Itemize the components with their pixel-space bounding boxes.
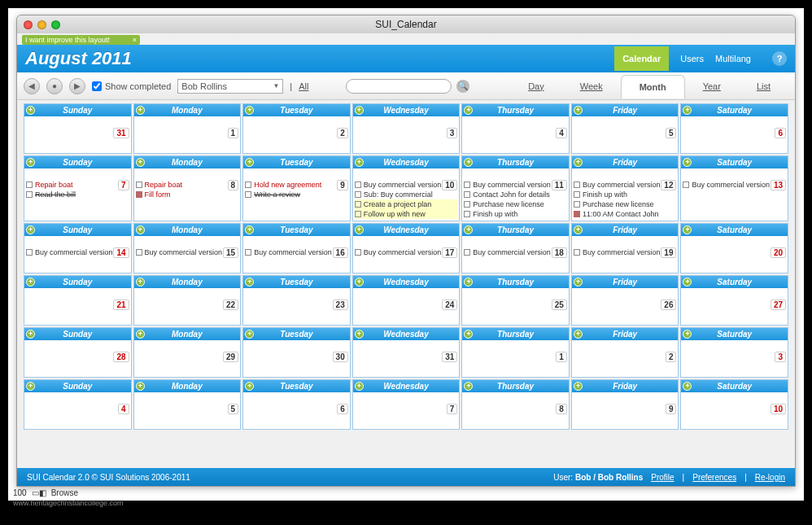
- day-cell[interactable]: +Wednesday17Buy commercial version: [352, 223, 461, 273]
- add-event-button[interactable]: +: [26, 158, 35, 167]
- add-event-button[interactable]: +: [26, 278, 35, 287]
- day-cell[interactable]: +Wednesday31: [352, 327, 461, 378]
- add-event-button[interactable]: +: [136, 106, 145, 115]
- day-cell[interactable]: +Sunday7Repair boatRead the bill: [24, 155, 132, 221]
- day-cell[interactable]: +Saturday6: [680, 103, 788, 154]
- help-icon[interactable]: ?: [772, 51, 787, 66]
- day-cell[interactable]: +Monday15Buy commercial version: [133, 223, 242, 273]
- day-cell[interactable]: +Friday5: [571, 103, 679, 154]
- day-cell[interactable]: +Friday9: [571, 379, 679, 430]
- day-cell[interactable]: +Friday12Buy commercial versionFinish up…: [571, 155, 679, 221]
- add-event-button[interactable]: +: [355, 225, 364, 234]
- add-event-button[interactable]: +: [26, 330, 35, 339]
- show-completed-checkbox[interactable]: [92, 81, 102, 91]
- add-event-button[interactable]: +: [26, 225, 35, 234]
- close-button[interactable]: [24, 20, 33, 29]
- day-cell[interactable]: +Wednesday3: [352, 103, 461, 154]
- day-cell[interactable]: +Monday8Repair boatFill form: [133, 155, 242, 221]
- add-event-button[interactable]: +: [26, 106, 35, 115]
- day-cell[interactable]: +Saturday10: [680, 379, 788, 430]
- add-event-button[interactable]: +: [355, 382, 364, 391]
- add-event-button[interactable]: +: [245, 382, 254, 391]
- add-event-button[interactable]: +: [464, 278, 473, 287]
- next-button[interactable]: ▶: [69, 78, 85, 94]
- day-cell[interactable]: +Thursday18Buy commercial version: [461, 223, 570, 273]
- event-item[interactable]: Create a project plan: [355, 199, 458, 209]
- add-event-button[interactable]: +: [683, 382, 692, 391]
- event-item[interactable]: Read the bill: [26, 190, 129, 199]
- event-item[interactable]: Repair boat: [26, 180, 129, 190]
- event-item[interactable]: Contact John for details: [464, 190, 567, 199]
- add-event-button[interactable]: +: [683, 225, 692, 234]
- day-cell[interactable]: +Thursday8: [461, 379, 570, 430]
- add-event-button[interactable]: +: [355, 106, 364, 115]
- day-cell[interactable]: +Thursday11Buy commercial versionContact…: [461, 155, 570, 221]
- day-cell[interactable]: +Friday26: [571, 275, 679, 326]
- add-event-button[interactable]: +: [136, 278, 145, 287]
- event-item[interactable]: Write a review: [245, 190, 348, 199]
- add-event-button[interactable]: +: [683, 278, 692, 287]
- event-item[interactable]: Follow up with new: [355, 209, 458, 219]
- day-cell[interactable]: +Saturday13Buy commercial version: [680, 155, 788, 221]
- add-event-button[interactable]: +: [136, 330, 145, 339]
- zoom-level[interactable]: 100: [13, 488, 27, 497]
- day-cell[interactable]: +Wednesday10Buy commercial version orSub…: [352, 155, 461, 221]
- day-cell[interactable]: +Saturday27: [680, 275, 788, 326]
- day-cell[interactable]: +Wednesday24: [352, 275, 461, 326]
- add-event-button[interactable]: +: [574, 158, 583, 167]
- search-icon[interactable]: 🔍: [456, 80, 469, 93]
- day-cell[interactable]: +Sunday31: [24, 103, 132, 154]
- relogin-link[interactable]: Re-login: [755, 473, 785, 482]
- add-event-button[interactable]: +: [245, 278, 254, 287]
- add-event-button[interactable]: +: [245, 158, 254, 167]
- view-month[interactable]: Month: [621, 75, 685, 98]
- add-event-button[interactable]: +: [136, 382, 145, 391]
- day-cell[interactable]: +Tuesday16Buy commercial version: [242, 223, 351, 273]
- add-event-button[interactable]: +: [136, 225, 145, 234]
- day-cell[interactable]: +Tuesday2: [242, 103, 351, 154]
- day-cell[interactable]: +Thursday25: [461, 275, 570, 326]
- day-cell[interactable]: +Thursday4: [461, 103, 570, 154]
- add-event-button[interactable]: +: [464, 106, 473, 115]
- event-item[interactable]: Fill form: [136, 190, 239, 199]
- add-event-button[interactable]: +: [574, 225, 583, 234]
- today-button[interactable]: ●: [46, 78, 63, 94]
- add-event-button[interactable]: +: [136, 158, 145, 167]
- add-event-button[interactable]: +: [683, 106, 692, 115]
- event-item[interactable]: Purchase new license: [574, 199, 677, 209]
- add-event-button[interactable]: +: [355, 158, 364, 167]
- day-cell[interactable]: +Saturday20: [680, 223, 788, 273]
- user-select[interactable]: Bob Rollins: [177, 79, 283, 94]
- view-day[interactable]: Day: [510, 75, 562, 98]
- tab-multilang[interactable]: Multilang: [715, 54, 751, 63]
- day-cell[interactable]: +Wednesday7: [352, 379, 461, 430]
- event-item[interactable]: Finish up with: [574, 190, 677, 199]
- event-item[interactable]: Sub: Buy commercial: [355, 190, 458, 199]
- add-event-button[interactable]: +: [574, 106, 583, 115]
- day-cell[interactable]: +Monday5: [133, 379, 242, 430]
- view-year[interactable]: Year: [685, 75, 739, 98]
- day-cell[interactable]: +Sunday21: [24, 275, 132, 326]
- add-event-button[interactable]: +: [574, 278, 583, 287]
- day-cell[interactable]: +Sunday14Buy commercial version: [24, 223, 132, 273]
- add-event-button[interactable]: +: [574, 382, 583, 391]
- day-cell[interactable]: +Friday19Buy commercial version: [571, 223, 679, 273]
- view-list[interactable]: List: [739, 75, 788, 98]
- prev-button[interactable]: ◀: [24, 78, 40, 94]
- add-event-button[interactable]: +: [683, 158, 692, 167]
- day-cell[interactable]: +Tuesday30: [242, 327, 351, 378]
- day-cell[interactable]: +Saturday3: [680, 327, 788, 378]
- event-item[interactable]: 11:00 AM Contact John: [574, 209, 677, 219]
- event-item[interactable]: Purchase new license: [464, 199, 567, 209]
- add-event-button[interactable]: +: [464, 158, 473, 167]
- day-cell[interactable]: +Monday22: [133, 275, 242, 326]
- add-event-button[interactable]: +: [245, 225, 254, 234]
- day-cell[interactable]: +Tuesday23: [242, 275, 351, 326]
- tab-calendar[interactable]: Calendar: [614, 46, 669, 71]
- add-event-button[interactable]: +: [355, 278, 364, 287]
- preferences-link[interactable]: Preferences: [692, 473, 736, 482]
- day-cell[interactable]: +Tuesday6: [242, 379, 351, 430]
- add-event-button[interactable]: +: [245, 330, 254, 339]
- minimize-button[interactable]: [37, 20, 46, 29]
- day-cell[interactable]: +Monday1: [133, 103, 242, 154]
